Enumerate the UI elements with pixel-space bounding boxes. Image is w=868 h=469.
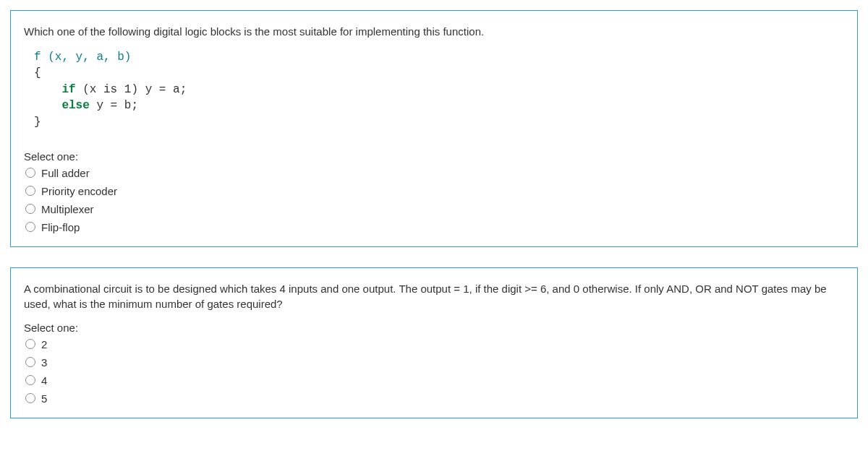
- code-keyword-if: if: [61, 83, 75, 96]
- question-box-1: Which one of the following digital logic…: [10, 10, 858, 247]
- radio-icon: [25, 186, 35, 196]
- option-5[interactable]: 5: [25, 392, 844, 405]
- option-label: 3: [41, 356, 47, 369]
- code-keyword-else: else: [61, 99, 89, 112]
- radio-icon: [25, 357, 35, 367]
- option-4[interactable]: 4: [25, 374, 844, 387]
- code-brace-close: }: [34, 116, 41, 129]
- radio-icon: [25, 393, 35, 403]
- option-label: Full adder: [41, 167, 90, 179]
- code-line3-rest: (x is 1) y = a;: [76, 83, 187, 96]
- options-list-2: 2 3 4 5: [25, 338, 844, 405]
- option-multiplexer[interactable]: Multiplexer: [25, 203, 844, 215]
- radio-icon: [25, 204, 35, 214]
- radio-icon: [25, 339, 35, 349]
- question-prompt: Which one of the following digital logic…: [24, 24, 844, 39]
- code-block: f (x, y, a, b) { if (x is 1) y = a; else…: [34, 49, 844, 130]
- select-one-label: Select one:: [24, 322, 844, 334]
- option-label: 4: [41, 374, 47, 387]
- option-3[interactable]: 3: [25, 356, 844, 369]
- option-full-adder[interactable]: Full adder: [25, 167, 844, 179]
- option-label: 5: [41, 392, 47, 405]
- option-label: 2: [41, 338, 47, 350]
- code-brace-open: {: [34, 66, 41, 79]
- option-label: Multiplexer: [41, 203, 94, 215]
- radio-icon: [25, 168, 35, 178]
- code-line4-rest: y = b;: [90, 99, 138, 112]
- option-label: Flip-flop: [41, 221, 80, 233]
- option-priority-encoder[interactable]: Priority encoder: [25, 185, 844, 197]
- option-label: Priority encoder: [41, 185, 117, 197]
- option-flip-flop[interactable]: Flip-flop: [25, 221, 844, 233]
- question-prompt: A combinational circuit is to be designe…: [24, 281, 844, 311]
- select-one-label: Select one:: [24, 150, 844, 163]
- code-signature: f (x, y, a, b): [34, 51, 131, 64]
- question-box-2: A combinational circuit is to be designe…: [10, 267, 858, 418]
- option-2[interactable]: 2: [25, 338, 844, 350]
- radio-icon: [25, 222, 35, 232]
- radio-icon: [25, 375, 35, 385]
- options-list-1: Full adder Priority encoder Multiplexer …: [25, 167, 844, 233]
